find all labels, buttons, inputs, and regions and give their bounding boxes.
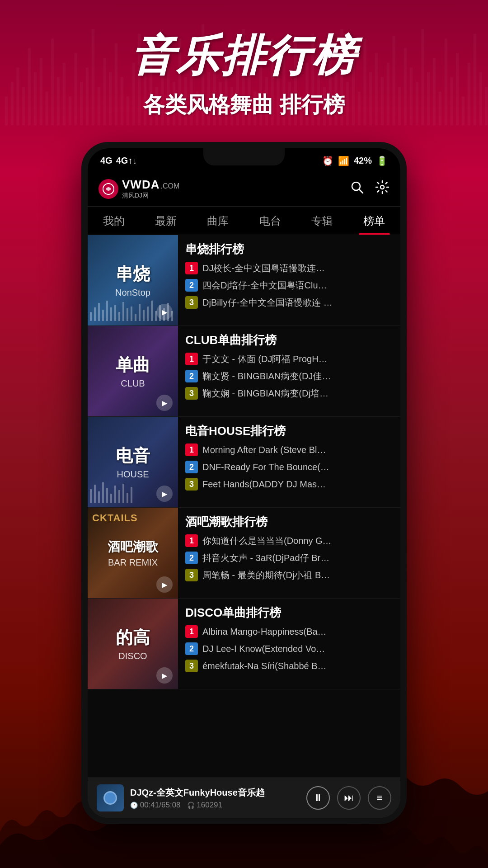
chart-club-thumb-inner: 单曲 CLUB ▶: [88, 326, 178, 416]
player-controls: ⏸ ⏭ ≡: [306, 786, 391, 810]
battery-icon: 🔋: [376, 156, 388, 166]
player-title: DJQz-全英文FunkyHouse音乐趋: [130, 787, 300, 799]
track-bar-3[interactable]: 3 周笔畅 - 最美的期待(Dj小祖 B…: [185, 569, 393, 581]
rank-badge-b1: 1: [185, 534, 198, 547]
track-mix-3[interactable]: 3 DjBilly仔-全中文全国语慢歌连 …: [185, 296, 393, 309]
chart-disco-thumb[interactable]: 的高 DISCO ▶: [88, 599, 178, 689]
chart-bar-title: 酒吧潮歌排行榜: [185, 514, 393, 530]
svg-rect-116: [98, 491, 100, 503]
svg-rect-117: [102, 482, 104, 503]
settings-icon[interactable]: [375, 180, 389, 198]
chart-club-tracks: CLUB单曲排行榜 1 于文文 - 体面 (DJ阿福 ProgH… 2 鞠文贤 …: [178, 326, 400, 416]
next-button[interactable]: ⏭: [337, 786, 361, 810]
track-house-1[interactable]: 1 Morning After Dark (Steve Bl…: [185, 443, 393, 456]
track-name-bar-2: 抖音火女声 - 3aR(DjPad仔 Br…: [202, 552, 393, 564]
track-name-mix-3: DjBilly仔-全中文全国语慢歌连 …: [202, 297, 393, 309]
svg-rect-100: [118, 312, 120, 321]
track-house-2[interactable]: 2 DNF-Ready For The Bounce(…: [185, 461, 393, 473]
alarm-icon: ⏰: [322, 156, 333, 166]
svg-rect-94: [94, 307, 96, 321]
chart-club-play[interactable]: ▶: [156, 395, 173, 411]
svg-rect-122: [122, 484, 124, 503]
rank-badge-b2: 2: [185, 552, 198, 564]
chart-mix-sub-text: NonStop: [115, 288, 150, 298]
tab-album[interactable]: 专辑: [296, 207, 348, 235]
track-disco-2[interactable]: 2 DJ Lee-I Know(Extended Vo…: [185, 642, 393, 655]
logo-icon: [102, 183, 115, 195]
logo-com: .COM: [160, 182, 179, 190]
track-bar-1[interactable]: 1 你知道什么是当当当(Donny G…: [185, 534, 393, 547]
svg-rect-98: [110, 307, 112, 321]
svg-rect-106: [143, 310, 145, 321]
clock-icon: 🕐: [130, 802, 138, 809]
chart-mix-thumb-inner: 串烧 NonStop ▶: [88, 235, 178, 326]
player-info: DJQz-全英文FunkyHouse音乐趋 🕐 00:41/65:08 🎧 16…: [130, 787, 300, 810]
track-club-1[interactable]: 1 于文文 - 体面 (DJ阿福 ProgH…: [185, 353, 393, 365]
chart-house-thumb[interactable]: 电音 HOUSE ▶: [88, 417, 178, 507]
player-thumb-disc: [103, 791, 117, 805]
svg-point-92: [380, 185, 384, 189]
menu-button[interactable]: ≡: [368, 786, 391, 810]
chart-mix-play[interactable]: ▶: [156, 304, 173, 320]
svg-rect-102: [127, 308, 128, 321]
player-thumb-art: [97, 784, 124, 811]
logo-circle: [99, 179, 118, 199]
tab-mine[interactable]: 我的: [88, 207, 140, 235]
track-house-3[interactable]: 3 Feet Hands(DADDY DJ Mas…: [185, 478, 393, 491]
track-disco-1[interactable]: 1 Albina Mango-Happiness(Ba…: [185, 625, 393, 638]
track-bar-2[interactable]: 2 抖音火女声 - 3aR(DjPad仔 Br…: [185, 552, 393, 564]
chart-bar-play[interactable]: ▶: [156, 576, 173, 593]
phone-notch: [203, 148, 285, 165]
chart-bar-tracks: 酒吧潮歌排行榜 1 你知道什么是当当当(Donny G… 2 抖音火女声 - 3…: [178, 508, 400, 598]
chart-disco-play[interactable]: ▶: [156, 667, 173, 684]
main-content: 串烧 NonStop ▶ 串烧排行榜 1 DJ校长-全中文国粤语慢歌连… 2 四…: [88, 235, 400, 778]
track-name-club-1: 于文文 - 体面 (DJ阿福 ProgH…: [202, 353, 393, 365]
chart-bar-main-text: 酒吧潮歌: [108, 538, 158, 556]
chart-mix-thumb[interactable]: 串烧 NonStop ▶: [88, 235, 178, 326]
chart-mix: 串烧 NonStop ▶ 串烧排行榜 1 DJ校长-全中文国粤语慢歌连… 2 四…: [88, 235, 400, 326]
signal-1: 4G: [100, 156, 113, 166]
logo-text-group: VWDA .COM 清风DJ网: [122, 178, 179, 200]
chart-disco-title: DISCO单曲排行榜: [185, 605, 393, 621]
player-thumb[interactable]: [97, 784, 124, 811]
header-icons: [350, 180, 389, 198]
search-icon[interactable]: [350, 180, 364, 198]
chart-house-thumb-inner: 电音 HOUSE ▶: [88, 417, 178, 507]
track-club-3[interactable]: 3 鞠文娴 - BINGBIAN病变(Dj培…: [185, 387, 393, 400]
tab-library[interactable]: 曲库: [192, 207, 244, 235]
chart-bar-thumb[interactable]: CKTAILS 酒吧潮歌 BAR REMIX ▶: [88, 508, 178, 598]
headphone-icon: 🎧: [187, 802, 195, 809]
wifi-icon: 📶: [338, 156, 349, 166]
track-mix-2[interactable]: 2 四会Dj培仔-全中文国粤语Clu…: [185, 279, 393, 292]
rank-badge-3: 3: [185, 296, 198, 309]
pause-button[interactable]: ⏸: [306, 786, 330, 810]
svg-rect-108: [151, 301, 153, 321]
tab-new[interactable]: 最新: [140, 207, 192, 235]
svg-rect-99: [114, 305, 116, 321]
svg-line-91: [359, 189, 363, 193]
track-name-disco-2: DJ Lee-I Know(Extended Vo…: [202, 644, 393, 654]
app-header: VWDA .COM 清风DJ网: [88, 171, 400, 207]
chart-house-main-text: 电音: [116, 444, 150, 467]
chart-disco-sub-text: DISCO: [118, 651, 147, 661]
track-mix-1[interactable]: 1 DJ校长-全中文国粤语慢歌连…: [185, 262, 393, 274]
rank-badge-d3: 3: [185, 660, 198, 672]
track-disco-3[interactable]: 3 émekfutak-Na Síri(Shabbé B…: [185, 660, 393, 672]
chart-mix-title: 串烧排行榜: [185, 241, 393, 257]
track-name-disco-3: émekfutak-Na Síri(Shabbé B…: [202, 661, 393, 671]
rank-badge-c3: 3: [185, 387, 198, 400]
chart-bar-sub-text: BAR REMIX: [108, 557, 158, 568]
chart-house-play[interactable]: ▶: [156, 486, 173, 502]
logo-sub-text: 清风DJ网: [122, 192, 179, 200]
chart-club-sub-text: CLUB: [121, 378, 145, 389]
chart-disco: 的高 DISCO ▶ DISCO单曲排行榜 1 Albina Mango-Hap…: [88, 599, 400, 689]
tab-radio[interactable]: 电台: [244, 207, 296, 235]
chart-house-sub-text: HOUSE: [117, 469, 149, 480]
tab-chart[interactable]: 榜单: [348, 207, 400, 235]
rank-badge-h2: 2: [185, 461, 198, 473]
svg-rect-107: [147, 307, 149, 321]
chart-club-thumb[interactable]: 单曲 CLUB ▶: [88, 326, 178, 416]
svg-rect-105: [139, 304, 141, 321]
track-club-2[interactable]: 2 鞠文贤 - BINGBIAN病变(DJ佳…: [185, 370, 393, 382]
svg-rect-103: [131, 307, 132, 321]
